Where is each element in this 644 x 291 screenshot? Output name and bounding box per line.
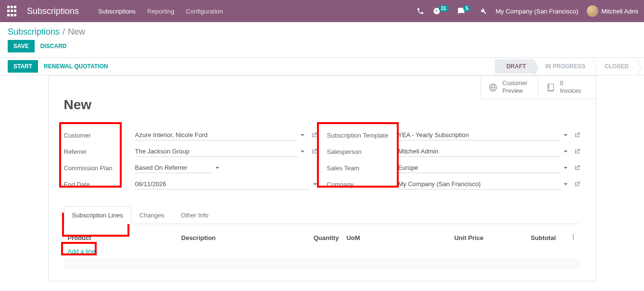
- lines-table: Product Description Quantity UoM Unit Pr…: [64, 231, 581, 269]
- tab-other[interactable]: Other Info: [173, 206, 217, 224]
- add-line-button[interactable]: Add a line: [68, 248, 96, 255]
- external-link-icon[interactable]: [574, 181, 581, 188]
- globe-icon: [488, 83, 498, 92]
- svg-point-0: [572, 235, 573, 236]
- tabs: Subscription Lines Changes Other Info: [64, 206, 581, 224]
- status-bar: START RENEWAL QUOTATION DRAFT IN PROGRES…: [0, 57, 644, 76]
- activity-button[interactable]: 31: [433, 7, 449, 15]
- customer-preview-button[interactable]: CustomerPreview: [480, 76, 538, 99]
- nav-icons: 31 5 My Company (San Francisco) Mitchell…: [417, 5, 638, 17]
- step-progress[interactable]: IN PROGRESS: [534, 59, 593, 74]
- svg-point-2: [572, 239, 573, 240]
- company-switcher[interactable]: My Company (San Francisco): [495, 8, 578, 15]
- step-closed[interactable]: CLOSED: [593, 59, 636, 74]
- record-title: New: [64, 97, 581, 113]
- stat-inv-l2: Invoices: [560, 88, 581, 95]
- enddate-label: End Date: [64, 181, 135, 188]
- messages-button[interactable]: 5: [457, 7, 471, 15]
- external-link-icon[interactable]: [574, 132, 581, 139]
- save-button[interactable]: SAVE: [8, 40, 35, 52]
- renewal-button[interactable]: RENEWAL QUOTATION: [42, 60, 110, 73]
- col-menu[interactable]: [560, 231, 581, 245]
- col-subtotal: Subtotal: [487, 231, 559, 245]
- nav-link-configuration[interactable]: Configuration: [186, 8, 223, 15]
- external-link-icon[interactable]: [574, 164, 581, 171]
- chevron-down-icon[interactable]: [313, 182, 317, 187]
- breadcrumb-current: New: [68, 27, 85, 37]
- form-buttons: SAVE DISCARD: [0, 40, 644, 57]
- kebab-icon: [570, 234, 577, 240]
- user-menu[interactable]: Mitchell Admi: [587, 5, 638, 17]
- svg-point-1: [572, 237, 573, 238]
- chevron-down-icon[interactable]: [563, 133, 568, 138]
- form-grid: Customer Referrer: [64, 129, 581, 194]
- apps-menu-button[interactable]: [6, 5, 17, 17]
- customer-field[interactable]: [135, 130, 297, 140]
- external-link-icon[interactable]: [311, 132, 317, 139]
- chevron-down-icon[interactable]: [563, 165, 568, 170]
- discard-button[interactable]: DISCARD: [38, 40, 69, 52]
- start-button[interactable]: START: [8, 60, 38, 73]
- chevron-down-icon[interactable]: [563, 182, 568, 187]
- stat-buttons: CustomerPreview 0Invoices: [480, 76, 596, 99]
- referrer-field[interactable]: [135, 146, 297, 157]
- invoices-button[interactable]: 0Invoices: [538, 76, 596, 99]
- stat-inv-l1: 0: [560, 80, 581, 88]
- salesperson-label: Salesperson: [327, 148, 398, 155]
- salesteam-label: Sales Team: [327, 164, 398, 172]
- status-steps: DRAFT IN PROGRESS CLOSED: [495, 59, 636, 74]
- commission-field[interactable]: [135, 163, 212, 173]
- top-nav: Subscriptions Subscriptions Reporting Co…: [0, 0, 644, 22]
- col-product: Product: [64, 231, 177, 245]
- chevron-down-icon[interactable]: [563, 149, 568, 154]
- template-field[interactable]: [398, 130, 560, 140]
- breadcrumb-sep: /: [63, 27, 65, 37]
- commission-label: Commission Plan: [64, 164, 135, 172]
- external-link-icon[interactable]: [574, 148, 581, 155]
- referrer-label: Referrer: [64, 148, 135, 155]
- chevron-down-icon[interactable]: [300, 149, 305, 154]
- step-draft[interactable]: DRAFT: [495, 59, 534, 74]
- template-label: Subscription Template: [327, 132, 398, 139]
- company-field[interactable]: [398, 179, 560, 190]
- breadcrumb: Subscriptions / New: [0, 22, 644, 40]
- tab-changes[interactable]: Changes: [131, 206, 173, 224]
- col-description: Description: [177, 231, 302, 245]
- app-brand[interactable]: Subscriptions: [27, 6, 79, 16]
- nav-link-reporting[interactable]: Reporting: [147, 8, 174, 15]
- salesteam-field[interactable]: [398, 163, 560, 173]
- tab-lines[interactable]: Subscription Lines: [64, 206, 131, 224]
- chevron-down-icon[interactable]: [215, 165, 220, 170]
- breadcrumb-root[interactable]: Subscriptions: [8, 27, 60, 37]
- book-icon: [546, 83, 556, 92]
- phone-icon[interactable]: [417, 7, 424, 15]
- stat-preview-l2: Preview: [503, 88, 528, 95]
- col-price: Unit Price: [415, 231, 487, 245]
- form-sheet: CustomerPreview 0Invoices New Customer: [48, 76, 596, 281]
- col-uom: UoM: [342, 231, 415, 245]
- company-label: Company: [327, 181, 398, 188]
- tools-icon[interactable]: [479, 7, 487, 15]
- user-name: Mitchell Admi: [601, 8, 638, 15]
- stat-preview-l1: Customer: [503, 80, 528, 88]
- enddate-field[interactable]: [135, 179, 310, 190]
- col-quantity: Quantity: [302, 231, 343, 245]
- external-link-icon[interactable]: [311, 148, 317, 155]
- nav-links: Subscriptions Reporting Configuration: [98, 8, 223, 15]
- nav-link-subscriptions[interactable]: Subscriptions: [98, 8, 136, 15]
- messages-badge: 5: [463, 5, 471, 12]
- activity-badge: 31: [439, 5, 449, 12]
- avatar: [587, 5, 598, 17]
- customer-label: Customer: [64, 132, 135, 139]
- salesperson-field[interactable]: [398, 146, 560, 157]
- chevron-down-icon[interactable]: [300, 133, 305, 138]
